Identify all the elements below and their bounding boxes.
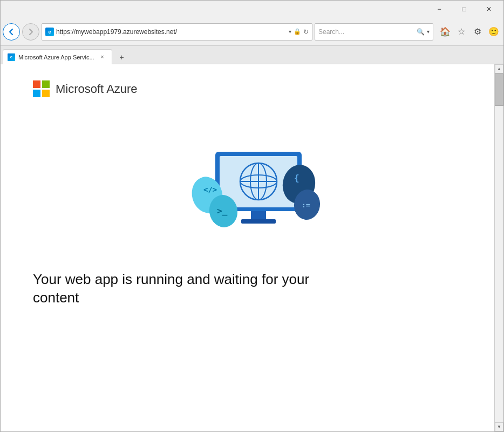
back-icon: [8, 28, 15, 36]
illustration-container: </> >_ { :=: [145, 119, 350, 244]
ms-red-square: [33, 80, 40, 88]
tab-title: Microsoft Azure App Servic...: [18, 54, 94, 60]
new-tab-button[interactable]: +: [114, 51, 130, 64]
address-favicon: e: [45, 28, 54, 36]
svg-text:>_: >_: [217, 206, 228, 216]
active-tab[interactable]: e Microsoft Azure App Servic... ×: [3, 49, 112, 64]
browser-window: − □ ✕ e https://mywebapp1979.azurewebsit…: [0, 0, 504, 432]
settings-button[interactable]: ⚙: [470, 24, 485, 39]
search-bar[interactable]: Search... 🔍 ▾: [315, 23, 433, 40]
scrollbar-up-arrow[interactable]: ▲: [495, 64, 503, 73]
toolbar-icons: 🏠 ☆ ⚙ 🙂: [438, 24, 501, 39]
scrollbar-down-arrow[interactable]: ▼: [495, 422, 503, 431]
microsoft-grid-logo: [33, 80, 50, 98]
toolbar: e https://mywebapp1979.azurewebsites.net…: [1, 18, 503, 46]
address-text: https://mywebapp1979.azurewebsites.net/: [56, 28, 287, 36]
title-bar: − □ ✕: [1, 1, 503, 18]
scrollbar-thumb[interactable]: [495, 73, 503, 106]
svg-text::=: :=: [302, 201, 310, 209]
minimize-button[interactable]: −: [427, 1, 452, 18]
tab-bar: e Microsoft Azure App Servic... × +: [1, 46, 503, 64]
svg-rect-8: [241, 219, 276, 224]
tab-favicon: e: [8, 53, 15, 61]
home-button[interactable]: 🏠: [438, 24, 453, 39]
address-dropdown-icon[interactable]: ▾: [289, 29, 291, 35]
emoji-button[interactable]: 🙂: [486, 24, 501, 39]
svg-text:</>: </>: [203, 185, 217, 194]
azure-logo: Microsoft Azure: [33, 80, 462, 98]
close-button[interactable]: ✕: [476, 1, 501, 18]
scrollbar-track: [495, 73, 503, 422]
search-placeholder: Search...: [318, 28, 414, 36]
azure-illustration: </> >_ { :=: [145, 119, 350, 244]
scrollbar: ▲ ▼: [494, 64, 503, 431]
ms-yellow-square: [42, 90, 50, 97]
web-page: Microsoft Azure: [1, 64, 494, 431]
illustration: </> >_ { :=: [33, 119, 462, 244]
ms-blue-square: [33, 90, 40, 97]
favorites-button[interactable]: ☆: [454, 24, 469, 39]
maximize-button[interactable]: □: [452, 1, 476, 18]
tab-close-button[interactable]: ×: [98, 52, 107, 62]
azure-logo-text: Microsoft Azure: [56, 82, 138, 96]
main-heading: Your web app is running and waiting for …: [33, 271, 324, 307]
refresh-icon[interactable]: ↻: [303, 28, 309, 36]
search-icon: 🔍: [417, 28, 425, 36]
svg-text:{: {: [294, 173, 299, 183]
title-bar-controls: − □ ✕: [427, 1, 501, 18]
lock-icon: 🔒: [294, 28, 301, 35]
back-button[interactable]: [3, 23, 20, 40]
forward-icon: [27, 28, 35, 36]
forward-button[interactable]: [22, 23, 39, 40]
search-dropdown-icon[interactable]: ▾: [427, 29, 430, 35]
address-bar[interactable]: e https://mywebapp1979.azurewebsites.net…: [42, 23, 312, 40]
content-area: Microsoft Azure: [1, 64, 503, 431]
ms-green-square: [42, 80, 50, 88]
